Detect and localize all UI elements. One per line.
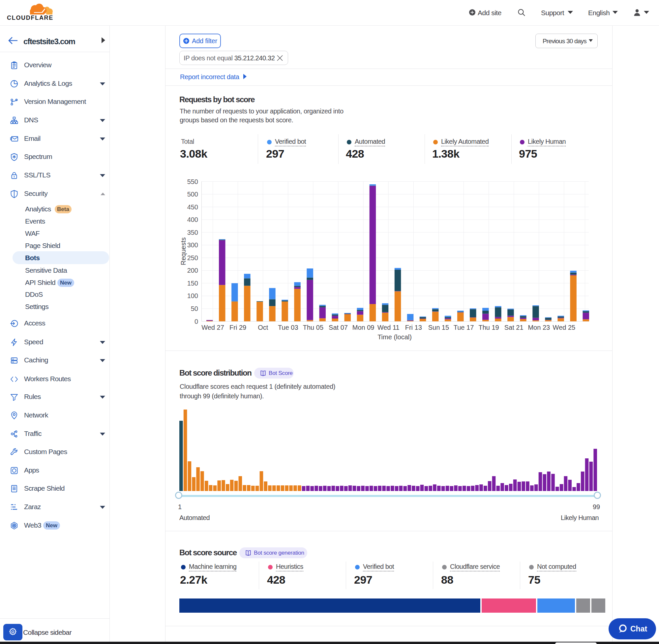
- svg-text:0: 0: [194, 318, 198, 325]
- svg-text:Fri 13: Fri 13: [405, 324, 422, 331]
- svg-text:Fri 29: Fri 29: [230, 324, 246, 331]
- svg-text:Requests: Requests: [180, 237, 187, 266]
- svg-text:300: 300: [187, 242, 198, 249]
- svg-text:Time (local): Time (local): [377, 334, 412, 341]
- svg-text:200: 200: [187, 267, 198, 274]
- svg-text:Thu 05: Thu 05: [303, 324, 323, 331]
- svg-text:150: 150: [187, 280, 198, 287]
- svg-text:Thu 19: Thu 19: [478, 324, 499, 331]
- svg-text:Tue 17: Tue 17: [454, 324, 474, 331]
- svg-text:Sun 15: Sun 15: [428, 324, 449, 331]
- svg-text:Mon 09: Mon 09: [352, 324, 375, 331]
- svg-text:350: 350: [187, 229, 198, 236]
- svg-text:Sat 21: Sat 21: [504, 324, 523, 331]
- svg-text:Wed 11: Wed 11: [377, 324, 400, 331]
- svg-text:Wed 25: Wed 25: [553, 324, 575, 331]
- svg-text:500: 500: [187, 190, 198, 198]
- svg-text:Mon 23: Mon 23: [528, 324, 550, 331]
- svg-text:Wed 27: Wed 27: [202, 324, 224, 331]
- svg-text:400: 400: [187, 216, 198, 223]
- svg-text:100: 100: [187, 292, 198, 299]
- svg-text:Tue 03: Tue 03: [278, 324, 298, 331]
- svg-text:Sat 07: Sat 07: [329, 324, 348, 331]
- svg-text:50: 50: [191, 305, 198, 312]
- svg-text:450: 450: [187, 204, 198, 211]
- svg-text:250: 250: [187, 254, 198, 261]
- svg-text:Oct: Oct: [258, 324, 268, 331]
- svg-text:550: 550: [187, 178, 198, 185]
